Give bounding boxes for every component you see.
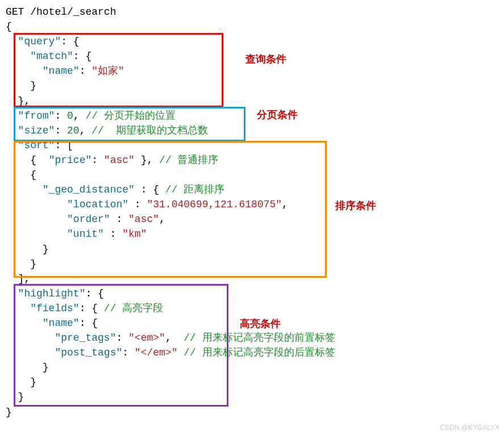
line: "unit" : "km" [6, 227, 498, 241]
line: } [6, 390, 498, 404]
line: } [6, 375, 498, 390]
label-paging: 分页条件 [257, 108, 298, 122]
line: "name": "如家" [6, 64, 498, 78]
line: { [6, 168, 498, 182]
line: { [6, 19, 498, 34]
line-request: GET /hotel/_search [6, 5, 498, 19]
line: }, [6, 94, 498, 108]
line: "sort": [ [6, 138, 498, 153]
line: } [6, 257, 498, 271]
line: "location" : "31.040699,121.618075", [6, 197, 498, 212]
line: "_geo_distance" : { // 距离排序 [6, 182, 498, 197]
code-block: GET /hotel/_search { "query": { "match":… [6, 5, 498, 420]
line: "post_tags": "</em>" // 用来标记高亮字段的后置标签 [6, 345, 498, 360]
line: "size": 20, // 期望获取的文档总数 [6, 123, 498, 138]
line: ], [6, 271, 498, 286]
watermark: CSDN @KYGALYX [440, 424, 499, 432]
line: } [6, 405, 498, 420]
line: "highlight": { [6, 286, 498, 301]
line: "order" : "asc", [6, 212, 498, 227]
line: "query": { [6, 34, 498, 49]
label-sort: 排序条件 [335, 199, 376, 212]
line: "from": 0, // 分页开始的位置 [6, 108, 498, 123]
line: "pre_tags": "<em>", // 用来标记高亮字段的前置标签 [6, 331, 498, 345]
label-query: 查询条件 [245, 52, 286, 66]
line: } [6, 242, 498, 257]
line: } [6, 360, 498, 375]
line: { "price": "asc" }, // 普通排序 [6, 153, 498, 168]
line: "fields": { // 高亮字段 [6, 301, 498, 316]
line: } [6, 78, 498, 93]
label-highlight: 高亮条件 [240, 317, 281, 331]
